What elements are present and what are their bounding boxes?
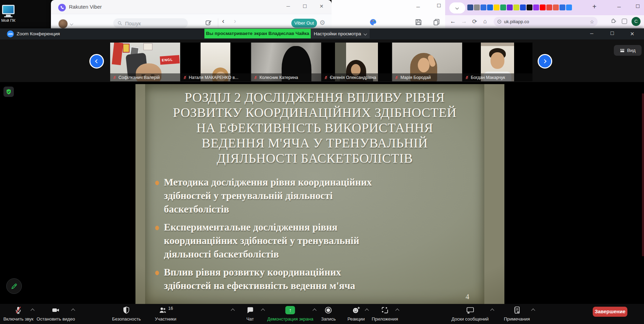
participants-button[interactable]: 16 Участники bbox=[155, 306, 176, 322]
view-settings-button[interactable]: Настройки просмотра bbox=[311, 29, 370, 38]
chat-button[interactable]: Чат bbox=[246, 306, 254, 322]
zoom-minimize-button[interactable]: ─ bbox=[586, 31, 597, 36]
forward-arrow-icon[interactable]: › bbox=[234, 17, 236, 25]
gallery-prev-button[interactable] bbox=[89, 54, 104, 69]
extensions-icon[interactable] bbox=[611, 18, 616, 25]
participant-tile[interactable]: Євгенія Олександрівна bbox=[321, 43, 391, 81]
view-button[interactable]: Вид bbox=[614, 45, 642, 56]
viber-search-placeholder: Пошук bbox=[125, 20, 141, 26]
chat-options-chevron[interactable] bbox=[261, 308, 265, 312]
end-meeting-button[interactable]: Завершение bbox=[593, 307, 627, 317]
participant-name: Богдан Макарчук bbox=[471, 75, 505, 80]
participants-options-chevron[interactable] bbox=[231, 308, 235, 312]
viber-avatar-caret-icon[interactable] bbox=[70, 22, 73, 26]
browser-profile-avatar[interactable]: C bbox=[632, 17, 641, 26]
save-icon[interactable] bbox=[415, 18, 422, 27]
browser-tab-favicon[interactable] bbox=[507, 4, 513, 10]
browser-tab-favicon[interactable] bbox=[546, 4, 552, 10]
security-button[interactable]: Безопасность bbox=[112, 306, 141, 322]
browser-tab-favicon[interactable] bbox=[494, 4, 500, 10]
browser-tab-favicon[interactable] bbox=[480, 4, 486, 10]
background-window-edge bbox=[642, 93, 644, 256]
record-button[interactable]: Запись bbox=[321, 306, 336, 322]
apps-button[interactable]: Приложения bbox=[372, 306, 398, 322]
palette-icon[interactable] bbox=[369, 18, 377, 28]
reload-icon[interactable]: ⟳ bbox=[472, 18, 477, 25]
back-arrow-icon[interactable]: ‹ bbox=[222, 17, 224, 25]
browser-tab-favicon[interactable] bbox=[527, 4, 532, 10]
participant-tile[interactable]: Наталя МАКАРЕНКО в... bbox=[180, 43, 250, 81]
browser-tab-favicon[interactable] bbox=[513, 4, 519, 10]
mic-muted-icon bbox=[395, 75, 399, 80]
browser-tab-favicon[interactable] bbox=[474, 4, 480, 10]
participant-tile[interactable]: ENGL Софілканич Валерій bbox=[110, 43, 180, 81]
browser-tab-favicon[interactable] bbox=[540, 4, 546, 10]
whiteboard-icon bbox=[466, 306, 475, 315]
browser-tab-favicon[interactable] bbox=[566, 4, 572, 10]
gear-icon[interactable]: ⚙ bbox=[319, 19, 325, 27]
slide-page-number: 4 bbox=[466, 292, 469, 301]
unmute-button[interactable]: Включить звук bbox=[3, 306, 34, 322]
viber-close-button[interactable]: ✕ bbox=[318, 3, 325, 9]
slide-bullet: Методика дослідження рівня координаційни… bbox=[154, 176, 397, 216]
divider bbox=[218, 18, 218, 27]
participant-tile[interactable]: Богдан Макарчук bbox=[462, 43, 532, 81]
copy-icon[interactable] bbox=[433, 18, 440, 27]
zoom-close-button[interactable]: ✕ bbox=[627, 31, 637, 37]
zoom-maximize-button[interactable]: ☐ bbox=[607, 31, 617, 36]
viber-out-button[interactable]: Viber Out bbox=[291, 19, 317, 28]
browser-tab-favicon[interactable] bbox=[487, 4, 493, 10]
viber-minimize-button[interactable]: ─ bbox=[285, 3, 292, 9]
whiteboards-button[interactable]: Доски сообщений bbox=[451, 306, 488, 322]
browser-maximize-button[interactable]: ☐ bbox=[634, 3, 641, 9]
participant-name: Софілканич Валерій bbox=[118, 75, 160, 80]
participant-tile[interactable]: Марія Бородай bbox=[392, 43, 462, 81]
notes-label: Примечания bbox=[504, 316, 530, 322]
annotate-button[interactable] bbox=[6, 278, 22, 294]
address-bar[interactable]: uk.piliapp.co ☆ bbox=[494, 17, 598, 26]
viber-search-input[interactable]: Пошук bbox=[113, 18, 188, 28]
reactions-options-chevron[interactable] bbox=[365, 308, 369, 312]
back-arrow-icon[interactable]: ← bbox=[450, 18, 456, 25]
participant-name: Наталя МАКАРЕНКО в... bbox=[189, 75, 238, 80]
browser-tab-favicon[interactable] bbox=[467, 4, 473, 10]
gallery-next-button[interactable] bbox=[538, 54, 552, 69]
browser-minimize-button[interactable]: ─ bbox=[616, 4, 623, 10]
notes-button[interactable]: Примечания bbox=[504, 306, 530, 322]
browser-tab-favicon[interactable] bbox=[533, 4, 539, 10]
browser-tab-favicon[interactable] bbox=[553, 4, 559, 10]
share-screen-button[interactable]: ↑ Демонстрация экрана bbox=[267, 306, 314, 322]
participant-tile[interactable]: Колесник Катерина bbox=[251, 43, 321, 81]
site-info-icon[interactable] bbox=[497, 19, 502, 24]
side-panel-icon[interactable] bbox=[622, 19, 627, 24]
browser-tab-favicon[interactable] bbox=[500, 4, 506, 10]
viber-maximize-button[interactable]: ☐ bbox=[301, 3, 308, 9]
viber-titlebar[interactable]: Rakuten Viber ─ ☐ ✕ bbox=[51, 0, 332, 14]
slide-bullet: Експериментальне дослідження рівня коорд… bbox=[154, 220, 397, 261]
compose-icon[interactable] bbox=[205, 19, 212, 28]
desktop-this-pc-icon[interactable]: Мой ПК bbox=[0, 5, 16, 22]
monitor-base bbox=[4, 16, 12, 17]
mic-muted-icon bbox=[183, 75, 187, 80]
notes-options-chevron[interactable] bbox=[531, 308, 535, 312]
background-maximize-button[interactable]: ☐ bbox=[435, 3, 442, 8]
pencil-icon bbox=[11, 283, 18, 290]
viber-user-avatar[interactable] bbox=[58, 19, 68, 29]
zoom-titlebar: zm Zoom Конференция Вы просматриваете эк… bbox=[0, 28, 644, 39]
background-minimize-button[interactable]: ─ bbox=[415, 4, 422, 10]
security-shield-badge[interactable] bbox=[3, 87, 14, 97]
new-tab-button[interactable]: + bbox=[592, 3, 597, 11]
whiteboards-options-chevron[interactable] bbox=[490, 308, 494, 312]
bookmark-star-icon[interactable]: ☆ bbox=[590, 19, 594, 25]
address-bar-url: uk.piliapp.co bbox=[504, 19, 529, 24]
reactions-button[interactable]: Реакции bbox=[347, 306, 365, 322]
tab-search-button[interactable] bbox=[449, 2, 465, 14]
chevron-down-icon bbox=[456, 6, 459, 10]
stop-video-button[interactable]: Остановить видео bbox=[37, 306, 75, 322]
chat-label: Чат bbox=[246, 316, 254, 322]
browser-tab-favicon[interactable] bbox=[559, 4, 565, 10]
home-icon[interactable]: ⌂ bbox=[483, 18, 487, 25]
forward-arrow-icon[interactable]: → bbox=[461, 18, 467, 25]
browser-tab-favicon[interactable] bbox=[520, 4, 526, 10]
view-settings-label: Настройки просмотра bbox=[314, 31, 361, 36]
